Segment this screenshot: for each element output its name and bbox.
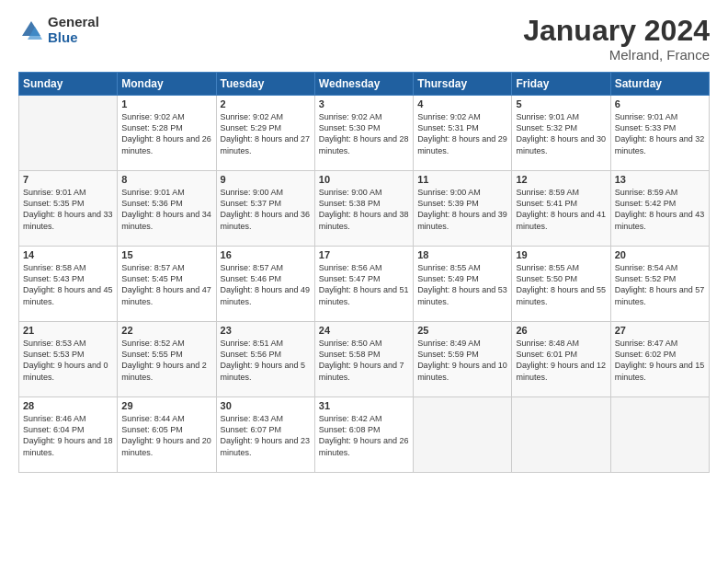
- day-number: 20: [615, 249, 705, 260]
- day-info: Sunrise: 9:00 AMSunset: 5:37 PMDaylight:…: [221, 187, 311, 232]
- calendar-cell: 16Sunrise: 8:57 AMSunset: 5:46 PMDayligh…: [216, 247, 314, 322]
- day-number: 11: [417, 174, 507, 185]
- calendar-cell: [512, 397, 610, 473]
- calendar-cell: 20Sunrise: 8:54 AMSunset: 5:52 PMDayligh…: [610, 247, 709, 322]
- calendar-cell: [610, 397, 709, 473]
- day-number: 25: [417, 325, 507, 336]
- column-header-wednesday: Wednesday: [314, 73, 413, 96]
- day-info: Sunrise: 8:59 AMSunset: 5:41 PMDaylight:…: [516, 187, 606, 232]
- column-header-tuesday: Tuesday: [216, 73, 314, 96]
- column-header-thursday: Thursday: [414, 73, 512, 96]
- day-info: Sunrise: 8:43 AMSunset: 6:07 PMDaylight:…: [221, 413, 311, 458]
- day-info: Sunrise: 9:01 AMSunset: 5:36 PMDaylight:…: [121, 187, 211, 232]
- logo: General Blue: [18, 15, 99, 45]
- day-number: 1: [121, 98, 211, 109]
- calendar-cell: 28Sunrise: 8:46 AMSunset: 6:04 PMDayligh…: [19, 397, 118, 473]
- day-info: Sunrise: 8:48 AMSunset: 6:01 PMDaylight:…: [516, 338, 606, 383]
- day-number: 10: [319, 174, 409, 185]
- day-info: Sunrise: 8:46 AMSunset: 6:04 PMDaylight:…: [23, 413, 113, 458]
- calendar-cell: 13Sunrise: 8:59 AMSunset: 5:42 PMDayligh…: [610, 171, 709, 247]
- logo-icon: [18, 17, 44, 43]
- week-row-3: 14Sunrise: 8:58 AMSunset: 5:43 PMDayligh…: [19, 247, 710, 322]
- day-number: 22: [121, 325, 211, 336]
- day-number: 9: [221, 174, 311, 185]
- day-number: 6: [615, 98, 705, 109]
- day-info: Sunrise: 9:02 AMSunset: 5:30 PMDaylight:…: [319, 111, 409, 156]
- logo-text: General Blue: [48, 15, 99, 45]
- day-number: 5: [516, 98, 606, 109]
- location: Melrand, France: [523, 47, 710, 63]
- calendar-cell: 10Sunrise: 9:00 AMSunset: 5:38 PMDayligh…: [314, 171, 413, 247]
- day-info: Sunrise: 9:01 AMSunset: 5:35 PMDaylight:…: [23, 187, 113, 232]
- calendar-cell: 27Sunrise: 8:47 AMSunset: 6:02 PMDayligh…: [610, 322, 709, 397]
- calendar-cell: 15Sunrise: 8:57 AMSunset: 5:45 PMDayligh…: [118, 247, 216, 322]
- column-header-monday: Monday: [118, 73, 216, 96]
- day-info: Sunrise: 9:01 AMSunset: 5:33 PMDaylight:…: [615, 111, 705, 156]
- logo-blue: Blue: [48, 30, 99, 46]
- calendar-cell: 30Sunrise: 8:43 AMSunset: 6:07 PMDayligh…: [216, 397, 314, 473]
- calendar-cell: 1Sunrise: 9:02 AMSunset: 5:28 PMDaylight…: [118, 96, 216, 171]
- logo-general: General: [48, 15, 99, 30]
- calendar-cell: 6Sunrise: 9:01 AMSunset: 5:33 PMDaylight…: [610, 96, 709, 171]
- header: General Blue January 2024 Melrand, Franc…: [18, 15, 710, 63]
- calendar-cell: 21Sunrise: 8:53 AMSunset: 5:53 PMDayligh…: [19, 322, 118, 397]
- calendar-cell: 31Sunrise: 8:42 AMSunset: 6:08 PMDayligh…: [314, 397, 413, 473]
- day-number: 16: [221, 249, 311, 260]
- calendar-cell: 29Sunrise: 8:44 AMSunset: 6:05 PMDayligh…: [118, 397, 216, 473]
- calendar-cell: 14Sunrise: 8:58 AMSunset: 5:43 PMDayligh…: [19, 247, 118, 322]
- day-number: 29: [121, 400, 211, 411]
- day-info: Sunrise: 9:02 AMSunset: 5:28 PMDaylight:…: [121, 111, 211, 156]
- column-header-sunday: Sunday: [19, 73, 118, 96]
- day-info: Sunrise: 8:49 AMSunset: 5:59 PMDaylight:…: [417, 338, 507, 383]
- calendar-cell: 12Sunrise: 8:59 AMSunset: 5:41 PMDayligh…: [512, 171, 610, 247]
- month-title: January 2024: [523, 15, 710, 47]
- day-number: 28: [23, 400, 113, 411]
- calendar-cell: [414, 397, 512, 473]
- day-info: Sunrise: 8:42 AMSunset: 6:08 PMDaylight:…: [319, 413, 409, 458]
- day-number: 13: [615, 174, 705, 185]
- calendar-cell: 19Sunrise: 8:55 AMSunset: 5:50 PMDayligh…: [512, 247, 610, 322]
- day-number: 7: [23, 174, 113, 185]
- calendar-cell: 8Sunrise: 9:01 AMSunset: 5:36 PMDaylight…: [118, 171, 216, 247]
- day-number: 12: [516, 174, 606, 185]
- day-info: Sunrise: 8:53 AMSunset: 5:53 PMDaylight:…: [23, 338, 113, 383]
- day-info: Sunrise: 8:52 AMSunset: 5:55 PMDaylight:…: [121, 338, 211, 383]
- calendar-cell: [19, 96, 118, 171]
- title-block: January 2024 Melrand, France: [523, 15, 710, 63]
- calendar-cell: 24Sunrise: 8:50 AMSunset: 5:58 PMDayligh…: [314, 322, 413, 397]
- calendar-cell: 18Sunrise: 8:55 AMSunset: 5:49 PMDayligh…: [414, 247, 512, 322]
- column-header-saturday: Saturday: [610, 73, 709, 96]
- calendar-header-row: SundayMondayTuesdayWednesdayThursdayFrid…: [19, 73, 710, 96]
- calendar-cell: 11Sunrise: 9:00 AMSunset: 5:39 PMDayligh…: [414, 171, 512, 247]
- day-info: Sunrise: 8:59 AMSunset: 5:42 PMDaylight:…: [615, 187, 705, 232]
- calendar-cell: 4Sunrise: 9:02 AMSunset: 5:31 PMDaylight…: [414, 96, 512, 171]
- calendar-cell: 5Sunrise: 9:01 AMSunset: 5:32 PMDaylight…: [512, 96, 610, 171]
- day-info: Sunrise: 8:58 AMSunset: 5:43 PMDaylight:…: [23, 262, 113, 307]
- day-number: 26: [516, 325, 606, 336]
- calendar-cell: 3Sunrise: 9:02 AMSunset: 5:30 PMDaylight…: [314, 96, 413, 171]
- column-header-friday: Friday: [512, 73, 610, 96]
- day-info: Sunrise: 8:55 AMSunset: 5:49 PMDaylight:…: [417, 262, 507, 307]
- day-number: 21: [23, 325, 113, 336]
- day-info: Sunrise: 9:02 AMSunset: 5:31 PMDaylight:…: [417, 111, 507, 156]
- day-number: 18: [417, 249, 507, 260]
- day-info: Sunrise: 9:01 AMSunset: 5:32 PMDaylight:…: [516, 111, 606, 156]
- day-number: 4: [417, 98, 507, 109]
- calendar-cell: 7Sunrise: 9:01 AMSunset: 5:35 PMDaylight…: [19, 171, 118, 247]
- day-number: 24: [319, 325, 409, 336]
- day-number: 23: [221, 325, 311, 336]
- calendar-cell: 2Sunrise: 9:02 AMSunset: 5:29 PMDaylight…: [216, 96, 314, 171]
- week-row-4: 21Sunrise: 8:53 AMSunset: 5:53 PMDayligh…: [19, 322, 710, 397]
- day-info: Sunrise: 8:56 AMSunset: 5:47 PMDaylight:…: [319, 262, 409, 307]
- calendar-cell: 9Sunrise: 9:00 AMSunset: 5:37 PMDaylight…: [216, 171, 314, 247]
- day-info: Sunrise: 8:44 AMSunset: 6:05 PMDaylight:…: [121, 413, 211, 458]
- day-info: Sunrise: 8:51 AMSunset: 5:56 PMDaylight:…: [221, 338, 311, 383]
- calendar-page: General Blue January 2024 Melrand, Franc…: [0, 0, 728, 563]
- day-number: 19: [516, 249, 606, 260]
- day-info: Sunrise: 9:00 AMSunset: 5:39 PMDaylight:…: [417, 187, 507, 232]
- day-number: 17: [319, 249, 409, 260]
- day-info: Sunrise: 8:57 AMSunset: 5:46 PMDaylight:…: [221, 262, 311, 307]
- calendar-cell: 26Sunrise: 8:48 AMSunset: 6:01 PMDayligh…: [512, 322, 610, 397]
- day-info: Sunrise: 8:54 AMSunset: 5:52 PMDaylight:…: [615, 262, 705, 307]
- week-row-2: 7Sunrise: 9:01 AMSunset: 5:35 PMDaylight…: [19, 171, 710, 247]
